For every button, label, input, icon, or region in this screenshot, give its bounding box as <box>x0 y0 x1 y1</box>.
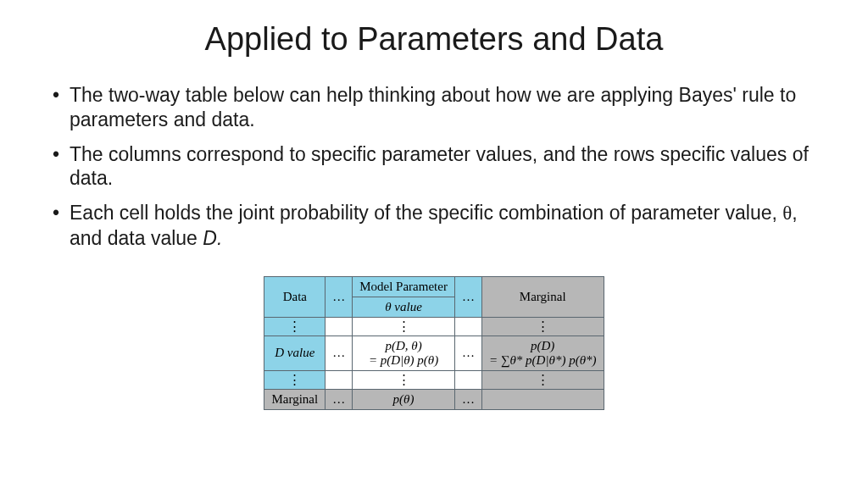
cell-empty <box>454 317 481 336</box>
bayes-table: Data … Model Parameter … Marginal θ valu… <box>264 276 604 410</box>
cell-vdots: ⋮ <box>264 317 326 336</box>
cell-vdots: ⋮ <box>481 370 604 389</box>
cell-empty <box>326 317 353 336</box>
table-row: D value … p(D, θ) = p(D|θ) p(θ) … p(D) =… <box>264 336 604 370</box>
cell-ellipsis: … <box>326 336 353 370</box>
cell-joint-probability: p(D, θ) = p(D|θ) p(θ) <box>353 336 455 370</box>
cell-ellipsis: … <box>454 336 481 370</box>
cell-vdots: ⋮ <box>264 370 326 389</box>
cell-ellipsis: … <box>326 389 353 409</box>
table-row: ⋮ ⋮ ⋮ <box>264 370 604 389</box>
pd-formula-line: p(D) <box>489 339 597 353</box>
header-marginal: Marginal <box>481 276 604 317</box>
bullet-item: Each cell holds the joint probability of… <box>51 201 817 251</box>
bullet-text: Each cell holds the joint probability of… <box>70 202 798 249</box>
joint-formula-line: = p(D|θ) p(θ) <box>359 353 448 368</box>
cell-marginal-pd: p(D) = ∑θ* p(D|θ*) p(θ*) <box>481 336 604 370</box>
cell-p-theta: p(θ) <box>353 389 455 409</box>
pd-formula-line: = ∑θ* p(D|θ*) p(θ*) <box>489 353 597 368</box>
cell-vdots: ⋮ <box>353 317 455 336</box>
cell-vdots: ⋮ <box>481 317 604 336</box>
theta-label: θ value <box>385 300 422 313</box>
bullet-item: The columns correspond to specific param… <box>51 142 817 191</box>
row-label-d-value: D value <box>264 336 326 370</box>
cell-empty <box>454 370 481 389</box>
header-theta-value: θ value <box>353 297 455 317</box>
slide: Applied to Parameters and Data The two-w… <box>0 0 868 488</box>
row-label-marginal: Marginal <box>264 389 326 409</box>
cell-vdots: ⋮ <box>353 370 455 389</box>
header-data: Data <box>264 276 326 317</box>
cell-empty <box>326 370 353 389</box>
table-row: ⋮ ⋮ ⋮ <box>264 317 604 336</box>
bullet-list: The two-way table below can help thinkin… <box>51 83 817 251</box>
slide-title: Applied to Parameters and Data <box>51 21 817 58</box>
cell-empty <box>481 389 604 409</box>
header-model-parameter: Model Parameter <box>353 276 455 297</box>
header-ellipsis: … <box>326 276 353 317</box>
bayes-table-container: Data … Model Parameter … Marginal θ valu… <box>51 276 817 410</box>
header-ellipsis: … <box>454 276 481 317</box>
joint-formula-line: p(D, θ) <box>359 339 448 353</box>
bullet-item: The two-way table below can help thinkin… <box>51 83 817 132</box>
table-header-row: Data … Model Parameter … Marginal <box>264 276 604 297</box>
table-row: Marginal … p(θ) … <box>264 389 604 409</box>
cell-ellipsis: … <box>454 389 481 409</box>
